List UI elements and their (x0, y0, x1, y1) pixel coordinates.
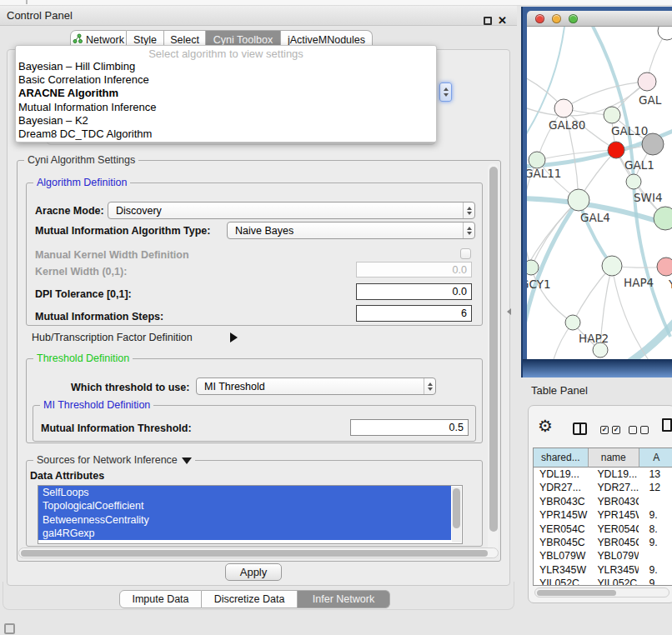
table-cell: 9. (639, 536, 672, 549)
algorithm-option-mutual-information-inference[interactable]: Mutual Information Inference (16, 101, 436, 114)
float-window-icon[interactable] (484, 17, 492, 25)
which-threshold-value: MI Threshold (197, 381, 424, 392)
aracne-mode-label: Aracne Mode: (35, 205, 104, 217)
deselect-checkboxes-icon[interactable] (629, 426, 649, 434)
table-row[interactable]: YPR145WYPR145W9. (534, 508, 672, 522)
minimized-panel-icon[interactable] (4, 623, 15, 634)
network-node-pink-right[interactable] (657, 258, 672, 276)
settings-horizontal-scrollbar[interactable] (18, 548, 499, 558)
node-label-gal: GAL (639, 93, 662, 107)
table-row[interactable]: YLR345WYLR345W9. (534, 563, 672, 577)
network-node-gal10[interactable] (604, 107, 620, 123)
tab-discretize-data[interactable]: Discretize Data (202, 590, 298, 608)
table-panel-title: Table Panel (531, 384, 588, 397)
scrollbar-thumb[interactable] (453, 488, 460, 528)
table-row[interactable]: YDL19...YDL19...13 (534, 468, 672, 481)
algorithm-option-bayesian-hill-climbing[interactable]: Bayesian – Hill Climbing (16, 60, 436, 73)
mac-zoom-button[interactable] (569, 14, 578, 23)
network-window-titlebar[interactable] (527, 11, 672, 27)
mac-minimize-button[interactable] (552, 14, 561, 23)
column-layout-icon[interactable] (573, 422, 587, 435)
table-cell: YBR043C (588, 495, 639, 508)
settings-gear-icon[interactable]: ⚙ (538, 418, 553, 434)
table-horizontal-scrollbar[interactable] (534, 588, 669, 598)
network-edge[interactable] (564, 82, 647, 108)
combo-stepper-icon (463, 222, 474, 238)
tab-label: Style (133, 34, 157, 46)
network-node-gal-partial[interactable] (638, 72, 656, 91)
network-node-hap4[interactable] (602, 256, 622, 276)
network-node-green-right[interactable] (654, 207, 672, 230)
network-canvas[interactable]: GALGAL80GAL10GAL1GAL11SWI4GAL4GCY1HAP4YH… (527, 27, 672, 359)
table-cell: YDR27... (588, 481, 639, 494)
algorithm-dropdown-popup: Select algorithm to view settings Bayesi… (15, 45, 437, 142)
network-node-hap2[interactable] (565, 315, 580, 330)
tab-label: Infer Network (313, 593, 374, 605)
algorithm-dropdown-placeholder: Select algorithm to view settings (16, 46, 436, 60)
expand-right-arrow-icon[interactable] (230, 332, 238, 342)
algorithm-option-bayesian-k2[interactable]: Bayesian – K2 (16, 114, 436, 128)
scrollbar-thumb[interactable] (537, 590, 616, 596)
column-header-name[interactable]: name (589, 448, 639, 468)
close-panel-icon[interactable]: ✕ (498, 14, 507, 27)
table-row[interactable]: YDR27...YDR27...12 (534, 481, 672, 494)
network-node-gcy1[interactable] (527, 260, 539, 275)
algorithm-option-dream8-dc-tdc-algorithm[interactable]: Dream8 DC_TDC Algorithm (16, 128, 436, 141)
dpi-tolerance-input[interactable]: 0.0 (356, 283, 472, 300)
attribute-item-betweennesscentrality[interactable]: BetweennessCentrality (38, 513, 451, 527)
algorithm-option-aracne-algorithm[interactable]: ARACNE Algorithm (16, 87, 436, 100)
list-vertical-scrollbar[interactable] (452, 487, 461, 542)
mi-algorithm-type-value: Naive Bayes (228, 225, 463, 237)
tab-infer-network[interactable]: Infer Network (298, 590, 390, 608)
mac-close-button[interactable] (535, 14, 544, 23)
mi-steps-input[interactable]: 6 (356, 305, 472, 322)
network-window-bottom-border (523, 359, 672, 378)
network-node-gal80[interactable] (554, 99, 573, 118)
apply-button[interactable]: Apply (225, 563, 282, 581)
data-attributes-list[interactable]: SelfLoopsTopologicalCoefficientBetweenne… (38, 485, 463, 544)
network-node-swi4[interactable] (626, 174, 641, 189)
kernel-width-input[interactable]: 0.0 (356, 262, 472, 278)
algorithm-definition-title: Algorithm Definition (33, 177, 130, 188)
table-row[interactable]: YIL052CYIL052C9. (534, 577, 672, 586)
hub-definition-label[interactable]: Hub/Transcription Factor Definition (32, 332, 193, 343)
network-node-gal4[interactable] (568, 189, 589, 211)
table-cell: YBR045C (534, 536, 588, 549)
mi-threshold-input[interactable]: 0.5 (350, 419, 469, 436)
node-label-gal10: GAL10 (611, 124, 648, 138)
table-row[interactable]: YBR043CYBR043C (534, 495, 672, 508)
select-all-checkboxes-icon[interactable]: ✓✓ (600, 426, 620, 434)
threshold-definition-title: Threshold Definition (33, 352, 133, 364)
attribute-item-topologicalcoefficient[interactable]: TopologicalCoefficient (38, 499, 451, 512)
network-node-gal11[interactable] (529, 152, 545, 168)
mi-steps-label: Mutual Information Steps: (35, 311, 163, 322)
network-node-node-top-right[interactable] (658, 27, 672, 40)
attribute-item-selfloops[interactable]: SelfLoops (38, 486, 451, 499)
aracne-mode-select[interactable]: Discovery (108, 202, 475, 219)
table-rows: YDL19...YDL19...13YDR27...YDR27...12YBR0… (534, 468, 672, 586)
inference-algorithm-combo-stepper[interactable] (439, 82, 452, 102)
manual-kernel-width-label: Manual Kernel Width Definition (35, 249, 189, 261)
scrollbar-thumb[interactable] (21, 550, 488, 557)
table-row[interactable]: YER054CYER054C8. (534, 522, 672, 536)
table-row[interactable]: YBL079WYBL079W (534, 549, 672, 562)
top-strip (0, 0, 672, 6)
table-cell (639, 495, 672, 508)
tab-impute-data[interactable]: Impute Data (119, 590, 202, 608)
scrollbar-thumb[interactable] (489, 167, 498, 532)
table-cell: YBR045C (588, 536, 639, 549)
network-node-gal1[interactable] (608, 142, 624, 158)
which-threshold-select[interactable]: MI Threshold (196, 378, 436, 395)
column-header-shared[interactable]: shared... (534, 448, 589, 468)
settings-vertical-scrollbar[interactable] (488, 163, 499, 558)
manual-kernel-width-checkbox[interactable] (460, 248, 471, 259)
document-icon[interactable] (662, 418, 672, 432)
sources-group-title[interactable]: Sources for Network Inference (33, 454, 195, 466)
column-header-a[interactable]: A (639, 448, 672, 468)
algorithm-option-basic-correlation-inference[interactable]: Basic Correlation Inference (16, 73, 436, 87)
table-row[interactable]: YBR045CYBR045C9. (534, 536, 672, 549)
attribute-item-gal4rgexp[interactable]: gal4RGexp (38, 527, 451, 540)
table-cell: 13 (639, 468, 672, 481)
panel-splitter-arrow[interactable] (507, 308, 511, 315)
mi-algorithm-type-select[interactable]: Naive Bayes (227, 222, 475, 239)
